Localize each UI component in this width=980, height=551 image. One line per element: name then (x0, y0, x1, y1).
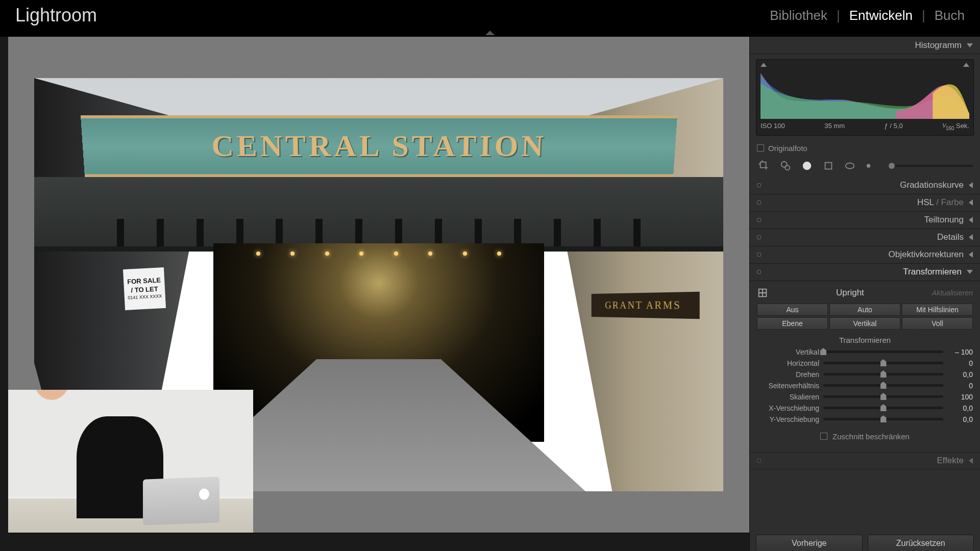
slider-knob[interactable] (880, 370, 887, 378)
nav-book[interactable]: Buch (935, 8, 965, 23)
meta-aperture: ƒ / 5,0 (885, 122, 903, 131)
tone-curve-header[interactable]: Gradationskurve (750, 177, 980, 194)
slider-label: Y-Verschiebung (757, 415, 823, 423)
slider-yverschiebung: Y-Verschiebung0,0 (757, 414, 973, 425)
meta-iso: ISO 100 (761, 122, 785, 131)
upright-tool-icon[interactable] (757, 287, 768, 298)
slider-seitenverhltnis: Seitenverhältnis0 (757, 380, 973, 391)
slider-vertikal: Vertikal– 100 (757, 346, 973, 358)
grad-filter-icon[interactable] (821, 160, 836, 172)
constrain-crop-checkbox[interactable] (820, 433, 827, 440)
photo-for-sale-sign: FOR SALE / TO LET 0141 XXX XXXX (122, 267, 165, 310)
slider-knob[interactable] (880, 404, 887, 411)
collapse-top-icon[interactable] (485, 31, 495, 35)
slider-value[interactable]: 0,0 (943, 404, 973, 412)
redeye-tool-icon[interactable] (800, 160, 814, 172)
spot-tool-icon[interactable] (778, 160, 793, 172)
slider-label: Horizontal (757, 359, 823, 367)
transform-header[interactable]: Transformieren (750, 264, 980, 281)
shadow-clip-icon[interactable] (761, 63, 767, 67)
detail-header[interactable]: Details (750, 229, 980, 246)
svg-point-7 (867, 164, 870, 167)
hsl-header[interactable]: HSL / Farbe (750, 194, 980, 212)
slider-track[interactable] (823, 407, 943, 409)
slider-xverschiebung: X-Verschiebung0,0 (757, 403, 973, 414)
svg-rect-0 (761, 162, 766, 167)
nav-library[interactable]: Bibliothek (770, 8, 827, 23)
effects-header[interactable]: Effekte (750, 452, 980, 469)
webcam-overlay (8, 390, 253, 533)
tool-strip (757, 160, 973, 172)
slider-value[interactable]: 100 (943, 393, 973, 401)
slider-track[interactable] (823, 362, 943, 364)
slider-knob[interactable] (880, 359, 887, 366)
slider-track[interactable] (823, 418, 943, 420)
svg-point-1 (781, 161, 787, 167)
highlight-clip-icon[interactable] (963, 63, 969, 67)
photo-pub-sign: GRANT ARMS (591, 292, 699, 319)
left-panel-collapsed[interactable] (0, 37, 8, 551)
slider-track[interactable] (823, 350, 943, 353)
upright-label: Upright (768, 288, 932, 298)
slider-label: Seitenverhältnis (757, 382, 823, 390)
transform-panel: Upright Aktualisieren Aus Auto Mit Hilfs… (750, 281, 980, 452)
histogram-header[interactable]: Histogramm (750, 37, 980, 54)
brush-size-slider[interactable] (889, 165, 973, 167)
svg-point-2 (785, 165, 790, 170)
histogram[interactable]: ISO 100 35 mm ƒ / 5,0 ¹⁄160 Sek. (756, 59, 974, 136)
slider-value[interactable]: 0,0 (943, 370, 973, 379)
lens-header[interactable]: Objektivkorrekturen (750, 246, 980, 264)
upright-off-button[interactable]: Aus (757, 304, 828, 316)
slider-label: X-Verschiebung (757, 404, 823, 412)
upright-update-button[interactable]: Aktualisieren (932, 289, 973, 297)
constrain-crop-label: Zuschnitt beschränken (832, 432, 910, 441)
slider-drehen: Drehen0,0 (757, 369, 973, 380)
photo-sign: CENTRAL STATION (80, 115, 677, 177)
slider-value[interactable]: 0,0 (943, 415, 973, 423)
transform-subtitle: Transformieren (757, 336, 973, 344)
module-picker: Bibliothek | Entwickeln | Buch (770, 8, 965, 23)
svg-rect-5 (825, 162, 832, 169)
app-title: Lightroom (15, 5, 770, 26)
crop-tool-icon[interactable] (757, 160, 771, 172)
slider-track[interactable] (823, 373, 943, 375)
slider-knob[interactable] (880, 382, 887, 389)
upright-vertical-button[interactable]: Vertikal (829, 317, 900, 330)
slider-label: Drehen (757, 370, 823, 379)
upright-level-button[interactable]: Ebene (757, 317, 828, 330)
develop-right-panel: Histogramm ISO 100 35 mm ƒ / 5,0 ¹⁄160 S… (749, 37, 980, 551)
meta-shutter: ¹⁄160 Sek. (942, 122, 969, 131)
slider-label: Skalieren (757, 393, 823, 401)
slider-track[interactable] (823, 384, 943, 387)
slider-value[interactable]: 0 (943, 382, 973, 390)
upright-guided-button[interactable]: Mit Hilfslinien (902, 304, 973, 316)
slider-knob[interactable] (880, 415, 887, 422)
nav-sep: | (837, 8, 840, 23)
slider-track[interactable] (823, 395, 943, 398)
slider-horizontal: Horizontal0 (757, 358, 973, 369)
svg-point-4 (805, 164, 808, 167)
nav-develop[interactable]: Entwickeln (849, 8, 913, 23)
reset-button[interactable]: Zurücksetzen (868, 535, 974, 551)
slider-value[interactable]: – 100 (943, 348, 973, 356)
nav-sep: | (922, 8, 925, 23)
original-label: Originalfoto (768, 144, 807, 153)
slider-label: Vertikal (757, 348, 823, 356)
photo-sign-text: CENTRAL STATION (211, 129, 547, 164)
slider-knob[interactable] (880, 393, 887, 400)
svg-point-6 (846, 163, 854, 168)
brush-tool-icon[interactable] (864, 160, 878, 172)
upright-full-button[interactable]: Voll (902, 317, 973, 330)
previous-button[interactable]: Vorherige (756, 535, 863, 551)
meta-focal: 35 mm (824, 122, 845, 131)
slider-skalieren: Skalieren100 (757, 391, 973, 403)
original-checkbox[interactable] (757, 144, 764, 152)
histogram-chart (761, 68, 969, 119)
radial-filter-icon[interactable] (843, 160, 857, 172)
upright-auto-button[interactable]: Auto (829, 304, 900, 316)
slider-value[interactable]: 0 (943, 359, 973, 367)
split-toning-header[interactable]: Teiltonung (750, 212, 980, 229)
